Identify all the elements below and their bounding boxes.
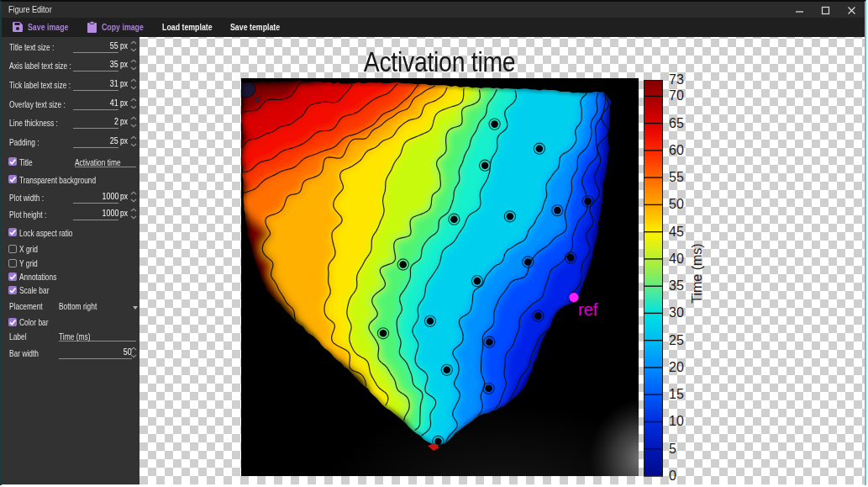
- svg-text:ref: ref: [578, 300, 598, 319]
